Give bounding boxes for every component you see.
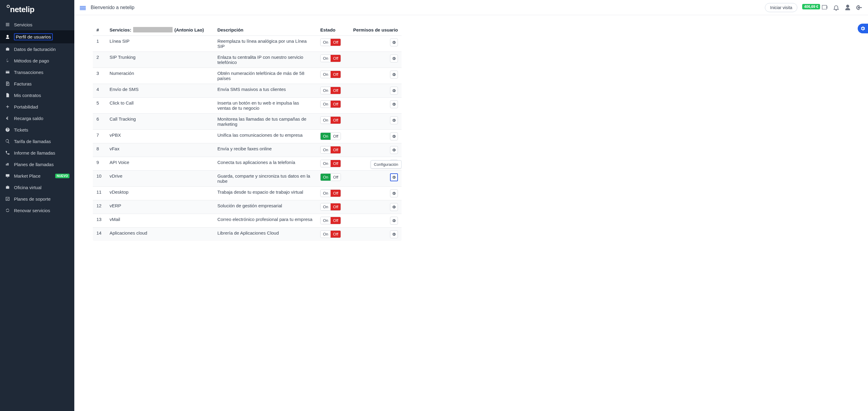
toggle-on[interactable]: On bbox=[320, 190, 331, 197]
user-profile-icon[interactable] bbox=[844, 4, 851, 11]
toggle-on[interactable]: On bbox=[320, 203, 331, 210]
configure-button[interactable] bbox=[390, 55, 398, 62]
configure-button[interactable] bbox=[390, 132, 398, 140]
toggle-on[interactable]: On bbox=[320, 147, 331, 153]
status-toggle[interactable]: OnOff bbox=[320, 189, 341, 197]
configure-button[interactable] bbox=[390, 217, 398, 225]
toggle-off[interactable]: Off bbox=[331, 55, 341, 62]
toggle-off[interactable]: Off bbox=[331, 147, 341, 153]
toggle-on[interactable]: On bbox=[320, 71, 331, 78]
brand-logo[interactable]: netelip bbox=[0, 0, 74, 19]
permissions-cell bbox=[346, 144, 402, 157]
toggle-off[interactable]: Off bbox=[331, 39, 341, 46]
sidebar-item-planes-de-soporte[interactable]: Planes de soporte bbox=[0, 193, 74, 204]
sidebar-item-label: Renovar servicios bbox=[14, 208, 69, 213]
sidebar-item-portabilidad[interactable]: Portabilidad bbox=[0, 101, 74, 113]
toggle-off[interactable]: Off bbox=[331, 101, 341, 107]
status-cell: OnOff bbox=[317, 130, 346, 144]
status-toggle[interactable]: OnOff bbox=[320, 217, 341, 224]
row-number: 9 bbox=[93, 157, 106, 171]
notifications-icon[interactable] bbox=[833, 4, 839, 11]
status-toggle[interactable]: OnOff bbox=[320, 132, 341, 140]
configure-button[interactable] bbox=[390, 116, 398, 124]
sidebar-item-informe-de-llamadas[interactable]: Informe de llamadas bbox=[0, 147, 74, 159]
toggle-off[interactable]: Off bbox=[331, 87, 341, 94]
gear-icon bbox=[392, 72, 396, 77]
status-toggle[interactable]: OnOff bbox=[320, 203, 341, 211]
toggle-off[interactable]: Off bbox=[331, 217, 341, 224]
toggle-on[interactable]: On bbox=[320, 87, 331, 94]
sidebar-item-métodos-de-pago[interactable]: Métodos de pago bbox=[0, 55, 74, 66]
check-icon bbox=[5, 196, 10, 201]
configure-button[interactable] bbox=[390, 230, 398, 238]
sidebar-item-oficina-virtual[interactable]: Oficina virtual bbox=[0, 182, 74, 193]
toggle-on[interactable]: On bbox=[320, 160, 331, 167]
status-cell: OnOff bbox=[317, 228, 346, 241]
sidebar-item-transacciones[interactable]: Transacciones bbox=[0, 66, 74, 78]
refresh-icon bbox=[5, 208, 10, 213]
sidebar-item-mis-contratos[interactable]: Mis contratos bbox=[0, 89, 74, 101]
toggle-on[interactable]: On bbox=[320, 117, 331, 124]
toggle-off[interactable]: Off bbox=[331, 174, 341, 181]
floating-settings-button[interactable] bbox=[858, 24, 868, 33]
doc-icon bbox=[5, 81, 10, 86]
configure-button[interactable] bbox=[390, 173, 398, 181]
toggle-on[interactable]: On bbox=[320, 55, 331, 62]
status-toggle[interactable]: OnOff bbox=[320, 71, 341, 78]
balance-badge[interactable]: 406,69 € bbox=[802, 4, 820, 9]
service-name: vMail bbox=[106, 214, 214, 228]
sidebar-item-datos-de-facturación[interactable]: Datos de facturación bbox=[0, 43, 74, 55]
configure-button[interactable] bbox=[390, 203, 398, 211]
menu-toggle-icon[interactable] bbox=[80, 5, 86, 10]
permissions-cell bbox=[346, 68, 402, 84]
logout-icon[interactable] bbox=[856, 4, 863, 11]
toggle-off[interactable]: Off bbox=[331, 160, 341, 167]
toggle-off[interactable]: Off bbox=[331, 117, 341, 124]
configure-button[interactable] bbox=[390, 189, 398, 197]
status-toggle[interactable]: OnOff bbox=[320, 116, 341, 124]
toggle-off[interactable]: Off bbox=[331, 190, 341, 197]
sidebar-item-tickets[interactable]: Tickets bbox=[0, 124, 74, 135]
configure-button[interactable] bbox=[390, 38, 398, 46]
gear-icon bbox=[392, 175, 396, 180]
toggle-on[interactable]: On bbox=[320, 133, 331, 140]
wallet-icon[interactable] bbox=[821, 6, 828, 11]
status-toggle[interactable]: OnOff bbox=[320, 55, 341, 62]
service-description: Envía SMS masivos a tus clientes bbox=[214, 84, 317, 98]
configure-button[interactable] bbox=[390, 87, 398, 95]
sidebar-item-label: Oficina virtual bbox=[14, 185, 69, 190]
toggle-off[interactable]: Off bbox=[331, 203, 341, 210]
status-toggle[interactable]: OnOff bbox=[320, 173, 341, 181]
toggle-off[interactable]: Off bbox=[331, 231, 341, 238]
sidebar-item-label: Planes de soporte bbox=[14, 196, 69, 201]
service-name: API Voice bbox=[106, 157, 214, 171]
sidebar-item-renovar-servicios[interactable]: Renovar servicios bbox=[0, 204, 74, 216]
redacted-email bbox=[133, 27, 173, 32]
toggle-on[interactable]: On bbox=[320, 101, 331, 107]
status-toggle[interactable]: OnOff bbox=[320, 230, 341, 238]
status-toggle[interactable]: OnOff bbox=[320, 146, 341, 154]
configure-button[interactable] bbox=[390, 146, 398, 154]
sidebar-item-perfil-de-usuarios[interactable]: Perfil de usuarios bbox=[0, 30, 74, 43]
status-toggle[interactable]: OnOff bbox=[320, 87, 341, 94]
toggle-off[interactable]: Off bbox=[331, 71, 341, 78]
toggle-on[interactable]: On bbox=[320, 39, 331, 46]
sidebar-item-tarifa-de-llamadas[interactable]: Tarifa de llamadas bbox=[0, 135, 74, 147]
sidebar-item-servicios[interactable]: Servicios bbox=[0, 19, 74, 30]
sidebar-item-market-place[interactable]: Market PlaceNUEVO bbox=[0, 170, 74, 182]
start-visit-button[interactable]: Iniciar visita bbox=[765, 3, 797, 12]
status-toggle[interactable]: OnOff bbox=[320, 100, 341, 108]
sidebar-item-recarga-saldo[interactable]: Recarga saldo bbox=[0, 113, 74, 124]
config-tooltip: Configuración bbox=[371, 160, 402, 168]
configure-button[interactable] bbox=[390, 100, 398, 108]
status-toggle[interactable]: OnOff bbox=[320, 38, 341, 46]
sidebar-item-facturas[interactable]: Facturas bbox=[0, 78, 74, 89]
toggle-on[interactable]: On bbox=[320, 217, 331, 224]
configure-button[interactable] bbox=[390, 71, 398, 78]
sidebar-item-planes-de-llamadas[interactable]: Planes de llamadas bbox=[0, 159, 74, 170]
permissions-cell bbox=[346, 36, 402, 52]
toggle-on[interactable]: On bbox=[320, 174, 331, 181]
status-toggle[interactable]: OnOff bbox=[320, 160, 341, 167]
toggle-on[interactable]: On bbox=[320, 231, 331, 238]
toggle-off[interactable]: Off bbox=[331, 133, 341, 140]
